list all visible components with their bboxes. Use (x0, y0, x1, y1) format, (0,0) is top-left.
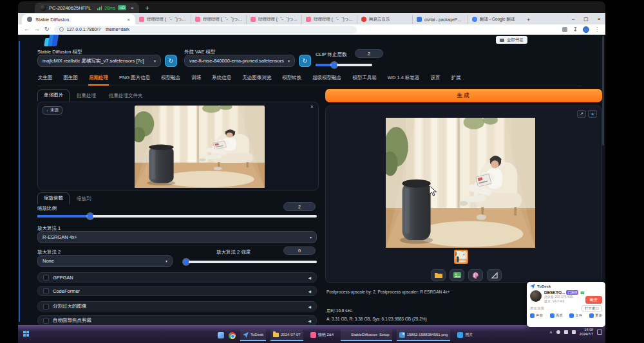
subtab-batch-folder[interactable]: 批量处理文件夹 (103, 91, 149, 102)
upscaler2-strength-value[interactable]: 0 (283, 246, 316, 255)
slider-knob[interactable] (184, 259, 189, 265)
tab-model-converter[interactable]: 模型转换 (281, 75, 302, 86)
collapse-arrow-icon[interactable]: ◀ (308, 319, 311, 323)
network-icon[interactable] (572, 330, 576, 334)
sd-model-dropdown[interactable]: majicMIX realistic 麦橘写实_v7.safetensors [… (37, 55, 161, 67)
browser-tab[interactable]: 哔哩哔哩 (゜-゜)つロ 干杯~-bili... (135, 15, 191, 24)
browser-tab[interactable]: 翻译 - Google 翻译 (468, 15, 523, 24)
upscaler1-dropdown[interactable]: R-ESRGAN 4x+ ▾ (37, 231, 317, 243)
tab-scale-to[interactable]: 缩放到 (71, 194, 97, 205)
taskbar-clock[interactable]: 14:08 2024/7/7 (580, 328, 593, 336)
download-icon[interactable]: ↧ (573, 26, 578, 33)
minimize-icon[interactable]: – (567, 16, 580, 22)
open-folder-button[interactable] (431, 269, 446, 281)
checkbox[interactable] (43, 275, 49, 281)
generate-button[interactable]: 生成 (325, 89, 602, 102)
accordion-split-oversized[interactable]: 分割过大的图像 ◀ (37, 301, 317, 311)
accordion-gfpgan[interactable]: GFPGAN ◀ (37, 272, 317, 283)
quality-toggle[interactable]: 画质 (550, 313, 563, 318)
taskbar-item-sd-setup[interactable]: StableDiffusion- Setup (341, 329, 392, 341)
collapse-arrow-icon[interactable]: ◀ (308, 275, 311, 280)
clip-skip-value[interactable]: 2 (355, 49, 383, 58)
tray-icon[interactable] (556, 330, 560, 334)
subtab-batch-process[interactable]: 批量处理 (71, 91, 102, 102)
slider-knob[interactable] (88, 214, 93, 219)
phone-icon[interactable]: ☎ (580, 290, 584, 295)
audio-toggle[interactable]: 声音 (530, 313, 543, 318)
output-image[interactable] (386, 118, 535, 248)
tab-extras[interactable]: 后期处理 (88, 75, 109, 86)
profile-avatar[interactable] (583, 26, 589, 33)
browser-tab[interactable]: 网易云音乐 (357, 15, 412, 24)
tab-image-browser[interactable]: 无边图像浏览 (242, 75, 272, 86)
source-image-dropzone[interactable]: ↑ 来源 × (37, 102, 319, 190)
vae-dropdown[interactable]: vae-ft-mse-840000-ema-pruned.safetensors… (184, 55, 295, 67)
file-transfer-button[interactable]: 文件 (569, 313, 582, 318)
tab-checkpoint-merger[interactable]: 模型融合 (160, 75, 181, 86)
reload-icon[interactable]: ↻ (44, 26, 50, 32)
start-button[interactable] (23, 331, 29, 337)
source-chip[interactable]: ↑ 来源 (43, 106, 62, 115)
send-to-extras-button[interactable] (487, 269, 502, 281)
menu-kebab-icon[interactable]: ⋮ (594, 26, 600, 32)
tab-scale-by[interactable]: 缩放倍数 (37, 192, 70, 205)
scale-value[interactable]: 2 (283, 202, 316, 211)
remote-session-tab[interactable]: PC-20240625HFPL 28ms HD × (35, 3, 139, 13)
tab-png-info[interactable]: PNG 图片信息 (118, 75, 151, 86)
browser-tab[interactable]: 哔哩哔哩 (゜-゜)つロ 干杯~-bili... (191, 15, 246, 24)
tray-expand-icon[interactable]: ∧ (549, 329, 552, 334)
task-view-icon[interactable] (218, 332, 224, 338)
source-image[interactable] (135, 106, 265, 188)
taskbar-item-pictures[interactable]: 图片 (455, 329, 475, 341)
tab-super-merger[interactable]: 超级模型融合 (312, 75, 342, 86)
tab-train[interactable]: 训练 (191, 75, 202, 86)
all-bookmarks-button[interactable]: 全部书签 (496, 36, 527, 44)
tab-settings[interactable]: 设置 (430, 75, 440, 86)
taskbar-item-folder[interactable]: 2024-07-07 (270, 329, 303, 341)
more-button[interactable]: 更多 (589, 313, 602, 318)
open-window-button[interactable]: 打开窗口 (582, 305, 602, 311)
clear-image-icon[interactable]: × (310, 104, 314, 110)
close-gallery-icon[interactable]: × (588, 110, 597, 118)
tab-img2img[interactable]: 图生图 (63, 75, 79, 86)
close-window-icon[interactable]: × (592, 16, 605, 22)
new-tab-icon[interactable]: + (527, 17, 530, 23)
close-tab-icon[interactable]: × (127, 17, 130, 23)
close-session-icon[interactable]: × (131, 5, 134, 11)
taskbar-item-png[interactable]: 15862-1588384561.png (397, 329, 451, 341)
slider-knob[interactable] (332, 62, 337, 68)
forward-icon[interactable]: → (34, 26, 40, 32)
speaker-icon[interactable] (564, 330, 568, 334)
upscaler2-strength-slider[interactable] (184, 261, 317, 263)
clip-skip-slider[interactable] (316, 64, 372, 66)
refresh-sd-model-button[interactable]: ↻ (165, 55, 177, 67)
browser-tab[interactable]: 哔哩哔哩 (゜-゜)つロ 干杯~-bili... (301, 15, 357, 24)
browser-tab[interactable]: 哔哩哔哩 (゜-゜)つロ 干杯~-bili... (246, 15, 301, 24)
collapse-arrow-icon[interactable]: ◀ (308, 289, 311, 293)
subtab-single-image[interactable]: 单张图片 (37, 89, 70, 102)
checkbox[interactable] (43, 318, 49, 324)
accordion-codeformer[interactable]: CodeFormer ◀ (37, 286, 317, 296)
chrome-icon[interactable] (229, 332, 236, 339)
scale-slider[interactable] (37, 215, 317, 218)
back-icon[interactable]: ← (24, 26, 30, 32)
taskbar-item-todesk[interactable]: ToDesk (240, 329, 266, 341)
tab-extensions[interactable]: 扩展 (450, 75, 461, 86)
collapse-arrow-icon[interactable]: ◀ (308, 304, 311, 309)
save-image-button[interactable] (450, 269, 464, 281)
checkbox[interactable] (43, 304, 49, 310)
taskbar-item-app[interactable]: 惊艳 2&4 (308, 329, 336, 341)
fullscreen-icon[interactable]: ↗ (577, 110, 586, 118)
url-bar[interactable]: 127.0.0.1:7860/?__theme=dark (54, 26, 357, 33)
disconnect-button[interactable]: 断开 (585, 296, 602, 304)
tab-txt2img[interactable]: 文生图 (37, 75, 53, 86)
tab-wd14-tagger[interactable]: WD 1.4 标签器 (387, 75, 421, 86)
notification-center-icon[interactable] (597, 329, 602, 335)
gallery-thumbnail[interactable] (454, 250, 468, 264)
tab-system-info[interactable]: 系统信息 (211, 75, 232, 86)
accordion-auto-face-crop[interactable]: 自动面部焦点剪裁 ◀ (37, 315, 317, 325)
browser-tab-active[interactable]: Stable Diffusion × (22, 14, 135, 24)
refresh-vae-button[interactable]: ↻ (299, 55, 311, 67)
checkbox[interactable] (43, 288, 49, 294)
new-session-icon[interactable]: + (146, 5, 149, 12)
